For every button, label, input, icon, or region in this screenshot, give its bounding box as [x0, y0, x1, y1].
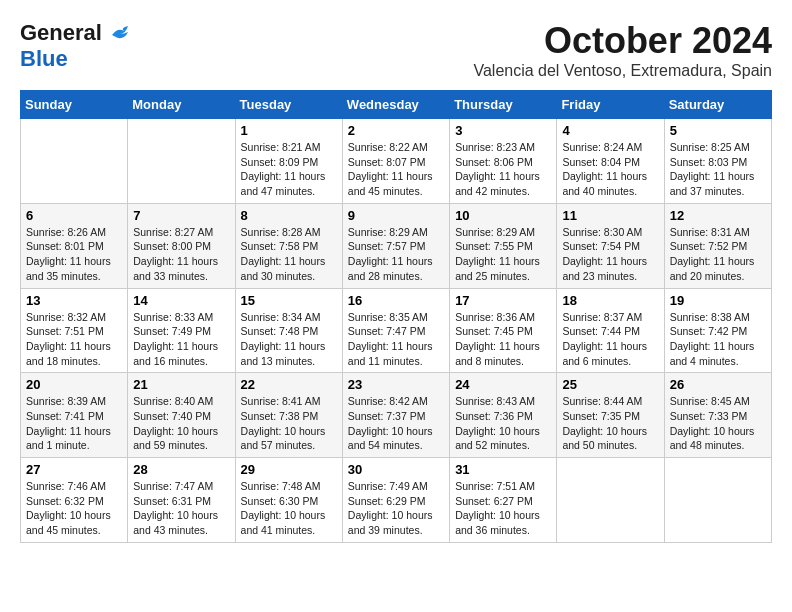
calendar-cell	[128, 119, 235, 204]
day-info: Sunrise: 7:46 AMSunset: 6:32 PMDaylight:…	[26, 479, 122, 538]
day-number: 10	[455, 208, 551, 223]
calendar-header-row: SundayMondayTuesdayWednesdayThursdayFrid…	[21, 91, 772, 119]
calendar-cell: 24Sunrise: 8:43 AMSunset: 7:36 PMDayligh…	[450, 373, 557, 458]
day-info: Sunrise: 8:25 AMSunset: 8:03 PMDaylight:…	[670, 140, 766, 199]
day-number: 7	[133, 208, 229, 223]
day-info: Sunrise: 8:42 AMSunset: 7:37 PMDaylight:…	[348, 394, 444, 453]
calendar-cell: 25Sunrise: 8:44 AMSunset: 7:35 PMDayligh…	[557, 373, 664, 458]
calendar-cell: 8Sunrise: 8:28 AMSunset: 7:58 PMDaylight…	[235, 203, 342, 288]
day-number: 17	[455, 293, 551, 308]
calendar-cell: 21Sunrise: 8:40 AMSunset: 7:40 PMDayligh…	[128, 373, 235, 458]
day-info: Sunrise: 8:39 AMSunset: 7:41 PMDaylight:…	[26, 394, 122, 453]
calendar-cell: 28Sunrise: 7:47 AMSunset: 6:31 PMDayligh…	[128, 458, 235, 543]
calendar-cell	[664, 458, 771, 543]
calendar-week-row: 27Sunrise: 7:46 AMSunset: 6:32 PMDayligh…	[21, 458, 772, 543]
day-number: 31	[455, 462, 551, 477]
calendar-cell: 20Sunrise: 8:39 AMSunset: 7:41 PMDayligh…	[21, 373, 128, 458]
day-info: Sunrise: 8:22 AMSunset: 8:07 PMDaylight:…	[348, 140, 444, 199]
weekday-header-friday: Friday	[557, 91, 664, 119]
calendar-cell: 30Sunrise: 7:49 AMSunset: 6:29 PMDayligh…	[342, 458, 449, 543]
calendar-cell: 7Sunrise: 8:27 AMSunset: 8:00 PMDaylight…	[128, 203, 235, 288]
day-info: Sunrise: 8:27 AMSunset: 8:00 PMDaylight:…	[133, 225, 229, 284]
day-number: 30	[348, 462, 444, 477]
calendar-cell: 19Sunrise: 8:38 AMSunset: 7:42 PMDayligh…	[664, 288, 771, 373]
day-info: Sunrise: 8:36 AMSunset: 7:45 PMDaylight:…	[455, 310, 551, 369]
calendar-cell: 27Sunrise: 7:46 AMSunset: 6:32 PMDayligh…	[21, 458, 128, 543]
day-number: 8	[241, 208, 337, 223]
day-info: Sunrise: 8:33 AMSunset: 7:49 PMDaylight:…	[133, 310, 229, 369]
weekday-header-wednesday: Wednesday	[342, 91, 449, 119]
calendar-cell	[557, 458, 664, 543]
day-number: 11	[562, 208, 658, 223]
day-number: 18	[562, 293, 658, 308]
calendar-cell: 5Sunrise: 8:25 AMSunset: 8:03 PMDaylight…	[664, 119, 771, 204]
calendar-cell: 15Sunrise: 8:34 AMSunset: 7:48 PMDayligh…	[235, 288, 342, 373]
weekday-header-sunday: Sunday	[21, 91, 128, 119]
day-info: Sunrise: 8:30 AMSunset: 7:54 PMDaylight:…	[562, 225, 658, 284]
calendar-week-row: 13Sunrise: 8:32 AMSunset: 7:51 PMDayligh…	[21, 288, 772, 373]
calendar-cell: 6Sunrise: 8:26 AMSunset: 8:01 PMDaylight…	[21, 203, 128, 288]
day-number: 21	[133, 377, 229, 392]
day-info: Sunrise: 8:37 AMSunset: 7:44 PMDaylight:…	[562, 310, 658, 369]
calendar-cell: 4Sunrise: 8:24 AMSunset: 8:04 PMDaylight…	[557, 119, 664, 204]
day-number: 14	[133, 293, 229, 308]
day-info: Sunrise: 8:40 AMSunset: 7:40 PMDaylight:…	[133, 394, 229, 453]
day-info: Sunrise: 8:21 AMSunset: 8:09 PMDaylight:…	[241, 140, 337, 199]
day-number: 27	[26, 462, 122, 477]
day-number: 19	[670, 293, 766, 308]
day-number: 13	[26, 293, 122, 308]
day-number: 5	[670, 123, 766, 138]
calendar-table: SundayMondayTuesdayWednesdayThursdayFrid…	[20, 90, 772, 543]
calendar-cell: 14Sunrise: 8:33 AMSunset: 7:49 PMDayligh…	[128, 288, 235, 373]
calendar-cell: 18Sunrise: 8:37 AMSunset: 7:44 PMDayligh…	[557, 288, 664, 373]
day-info: Sunrise: 8:43 AMSunset: 7:36 PMDaylight:…	[455, 394, 551, 453]
calendar-cell: 10Sunrise: 8:29 AMSunset: 7:55 PMDayligh…	[450, 203, 557, 288]
day-info: Sunrise: 8:32 AMSunset: 7:51 PMDaylight:…	[26, 310, 122, 369]
logo: General Blue	[20, 20, 132, 72]
day-info: Sunrise: 7:48 AMSunset: 6:30 PMDaylight:…	[241, 479, 337, 538]
day-info: Sunrise: 8:34 AMSunset: 7:48 PMDaylight:…	[241, 310, 337, 369]
day-number: 26	[670, 377, 766, 392]
weekday-header-saturday: Saturday	[664, 91, 771, 119]
day-number: 28	[133, 462, 229, 477]
day-info: Sunrise: 8:38 AMSunset: 7:42 PMDaylight:…	[670, 310, 766, 369]
month-title: October 2024	[473, 20, 772, 62]
day-number: 2	[348, 123, 444, 138]
day-number: 23	[348, 377, 444, 392]
day-info: Sunrise: 8:41 AMSunset: 7:38 PMDaylight:…	[241, 394, 337, 453]
weekday-header-thursday: Thursday	[450, 91, 557, 119]
day-number: 1	[241, 123, 337, 138]
calendar-cell: 17Sunrise: 8:36 AMSunset: 7:45 PMDayligh…	[450, 288, 557, 373]
day-info: Sunrise: 8:28 AMSunset: 7:58 PMDaylight:…	[241, 225, 337, 284]
title-section: October 2024 Valencia del Ventoso, Extre…	[473, 20, 772, 80]
day-number: 16	[348, 293, 444, 308]
calendar-cell: 13Sunrise: 8:32 AMSunset: 7:51 PMDayligh…	[21, 288, 128, 373]
calendar-cell	[21, 119, 128, 204]
calendar-cell: 9Sunrise: 8:29 AMSunset: 7:57 PMDaylight…	[342, 203, 449, 288]
day-info: Sunrise: 8:45 AMSunset: 7:33 PMDaylight:…	[670, 394, 766, 453]
day-info: Sunrise: 8:44 AMSunset: 7:35 PMDaylight:…	[562, 394, 658, 453]
calendar-cell: 26Sunrise: 8:45 AMSunset: 7:33 PMDayligh…	[664, 373, 771, 458]
page-header: General Blue October 2024 Valencia del V…	[20, 20, 772, 80]
calendar-cell: 22Sunrise: 8:41 AMSunset: 7:38 PMDayligh…	[235, 373, 342, 458]
day-info: Sunrise: 7:51 AMSunset: 6:27 PMDaylight:…	[455, 479, 551, 538]
calendar-cell: 11Sunrise: 8:30 AMSunset: 7:54 PMDayligh…	[557, 203, 664, 288]
day-info: Sunrise: 7:47 AMSunset: 6:31 PMDaylight:…	[133, 479, 229, 538]
calendar-cell: 1Sunrise: 8:21 AMSunset: 8:09 PMDaylight…	[235, 119, 342, 204]
calendar-cell: 23Sunrise: 8:42 AMSunset: 7:37 PMDayligh…	[342, 373, 449, 458]
day-info: Sunrise: 8:29 AMSunset: 7:57 PMDaylight:…	[348, 225, 444, 284]
weekday-header-tuesday: Tuesday	[235, 91, 342, 119]
day-number: 9	[348, 208, 444, 223]
calendar-week-row: 6Sunrise: 8:26 AMSunset: 8:01 PMDaylight…	[21, 203, 772, 288]
day-number: 25	[562, 377, 658, 392]
weekday-header-monday: Monday	[128, 91, 235, 119]
day-number: 29	[241, 462, 337, 477]
calendar-cell: 2Sunrise: 8:22 AMSunset: 8:07 PMDaylight…	[342, 119, 449, 204]
location-title: Valencia del Ventoso, Extremadura, Spain	[473, 62, 772, 80]
day-number: 6	[26, 208, 122, 223]
day-info: Sunrise: 8:23 AMSunset: 8:06 PMDaylight:…	[455, 140, 551, 199]
calendar-cell: 3Sunrise: 8:23 AMSunset: 8:06 PMDaylight…	[450, 119, 557, 204]
day-info: Sunrise: 8:35 AMSunset: 7:47 PMDaylight:…	[348, 310, 444, 369]
day-number: 22	[241, 377, 337, 392]
day-info: Sunrise: 8:29 AMSunset: 7:55 PMDaylight:…	[455, 225, 551, 284]
